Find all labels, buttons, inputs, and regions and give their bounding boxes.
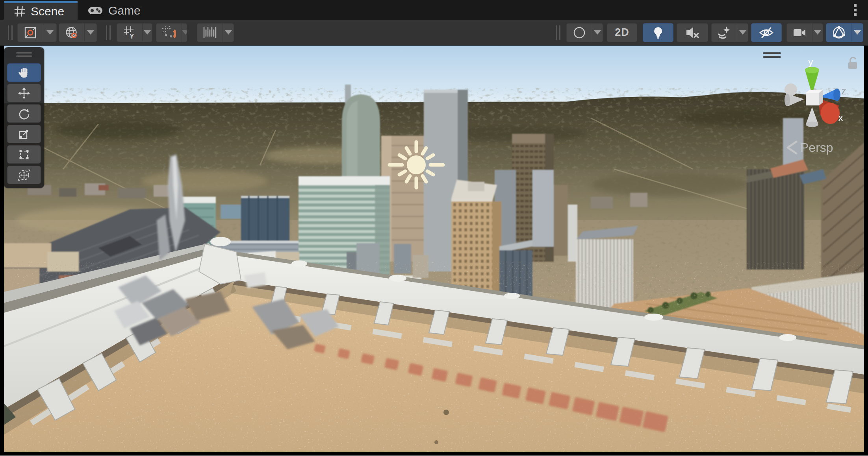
tool-handle-rotation-dropdown[interactable]: [84, 24, 96, 42]
tab-bar: Scene Game: [0, 0, 868, 20]
tab-scene-label: Scene: [31, 5, 64, 18]
scene-grid-icon: [14, 6, 25, 17]
shading-mode-dropdown[interactable]: [592, 24, 603, 42]
game-gamepad-icon: [88, 6, 103, 15]
scene-audio-button[interactable]: [677, 23, 708, 42]
scene-visibility-button[interactable]: [751, 23, 782, 42]
tool-button-hand[interactable]: [7, 63, 41, 82]
gizmo-overlay-handle[interactable]: [763, 52, 781, 58]
pivot-square-icon: [24, 26, 37, 39]
gizmo-axis-x-label: x: [838, 112, 843, 124]
tool-palette-overlay: [4, 47, 44, 188]
tool-handle-rotation-button[interactable]: [59, 23, 97, 42]
tool-settings-button[interactable]: [17, 23, 57, 42]
light-bulb-icon: [652, 26, 664, 40]
rect-corners-icon: [18, 148, 30, 161]
toolbar-drag-handle[interactable]: [8, 25, 13, 40]
projection-label: Persp: [800, 140, 833, 155]
star-layers-icon: [717, 26, 731, 40]
eye-slash-icon: [759, 26, 774, 39]
move-arrows-icon: [18, 87, 30, 100]
grid-y-icon: Y: [123, 26, 136, 40]
tab-scene[interactable]: Scene: [4, 1, 78, 20]
globe-icon: [65, 26, 79, 40]
pan-hand-icon: [18, 66, 30, 79]
gizmo-axis-y-label: y: [808, 56, 813, 68]
grid-visual-button[interactable]: Y: [117, 23, 152, 42]
grid-snapping-dropdown[interactable]: [182, 24, 187, 42]
scene-lighting-button[interactable]: [643, 23, 673, 42]
scene-viewport[interactable]: y z x Persp: [4, 46, 864, 452]
camera-settings-dropdown[interactable]: [812, 24, 823, 42]
tool-button-scale[interactable]: [7, 125, 41, 143]
toolbar-separator-handle[interactable]: [106, 25, 111, 40]
sphere-crescent-icon: [572, 26, 586, 40]
palette-drag-handle[interactable]: [4, 47, 44, 61]
gizmos-dropdown[interactable]: [851, 24, 863, 42]
speaker-muted-icon: [685, 26, 699, 39]
tool-button-rect[interactable]: [7, 145, 41, 164]
shading-mode-button[interactable]: [566, 23, 603, 42]
tab-game-label: Game: [108, 4, 141, 17]
transform-combined-icon: [17, 168, 31, 182]
video-camera-icon: [792, 27, 807, 39]
effects-dropdown[interactable]: [737, 24, 748, 42]
snap-increment-button[interactable]: [197, 23, 234, 42]
grid-snapping-button[interactable]: [156, 23, 187, 42]
grid-visual-dropdown[interactable]: [142, 24, 152, 42]
camera-settings-button[interactable]: [786, 23, 823, 42]
gizmos-button[interactable]: [826, 23, 863, 42]
window-menu-kebab-icon[interactable]: [854, 4, 858, 16]
rotate-arrows-icon: [18, 107, 30, 120]
ruler-ticks-icon: [202, 26, 217, 39]
effects-button[interactable]: [711, 23, 748, 42]
tool-button-rotate[interactable]: [7, 104, 41, 123]
scale-arrow-icon: [18, 128, 30, 140]
view-2d-label: 2D: [615, 26, 629, 39]
scene-render: y z x Persp: [4, 46, 864, 452]
snap-increment-dropdown[interactable]: [223, 24, 234, 42]
grid-magnet-icon: [162, 26, 176, 40]
tool-button-move[interactable]: [7, 84, 41, 102]
tool-button-transform[interactable]: [7, 166, 41, 184]
gizmo-sphere-icon: [831, 25, 846, 40]
gizmo-axis-z-label: z: [841, 85, 846, 97]
tab-game[interactable]: Game: [78, 1, 154, 20]
view-2d-button[interactable]: 2D: [607, 23, 637, 42]
toolbar-right-handle[interactable]: [556, 25, 560, 40]
unity-editor-window: Scene Game: [0, 0, 868, 456]
scene-toolbar: Y: [0, 20, 868, 46]
tool-settings-dropdown[interactable]: [43, 24, 56, 42]
svg-text:Y: Y: [130, 33, 134, 40]
